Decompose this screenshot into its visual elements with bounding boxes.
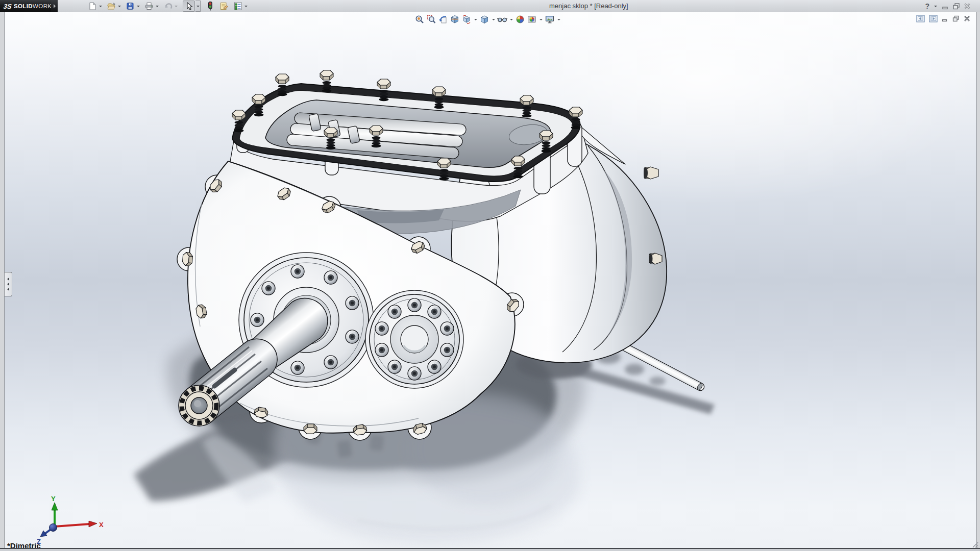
graphics-viewport[interactable]: Y X Z *Dimetric: [4, 12, 977, 548]
undo-button[interactable]: [163, 1, 173, 11]
help-button[interactable]: ?: [925, 2, 929, 10]
title-bar: 3S SOLIDWORKS: [0, 0, 980, 12]
zoom-to-fit-button[interactable]: [414, 14, 425, 24]
new-document-dropdown[interactable]: [98, 1, 103, 11]
triad-x-label: X: [99, 521, 104, 529]
view-settings-button[interactable]: [545, 14, 555, 24]
printer-icon: [145, 2, 153, 10]
view-orientation-button[interactable]: [461, 14, 472, 24]
drain-plug: [644, 167, 658, 179]
close-button[interactable]: [964, 3, 971, 10]
minimize-document-button[interactable]: [942, 15, 948, 22]
splined-tip: [179, 385, 219, 426]
previous-view-icon: [438, 15, 448, 24]
file-properties-icon: [220, 2, 229, 10]
menu-expand-button[interactable]: [51, 0, 58, 12]
rebuild-button[interactable]: [205, 1, 215, 11]
zoom-fit-icon: [415, 15, 424, 24]
display-style-button[interactable]: [479, 14, 489, 24]
view-settings-icon: [545, 15, 554, 24]
chevron-left-icon: [7, 283, 9, 286]
traffic-light-icon: [207, 2, 213, 11]
options-checklist-icon: [234, 2, 242, 10]
select-cursor-icon: [185, 2, 193, 10]
section-view-button[interactable]: [450, 14, 460, 24]
display-style-cube-icon: [480, 15, 489, 24]
edit-appearance-button[interactable]: [515, 14, 525, 24]
undo-arrow-icon: [164, 2, 173, 10]
hide-show-items-dropdown[interactable]: [509, 15, 513, 24]
document-window-controls: [916, 15, 970, 22]
select-tool-group: [182, 1, 204, 12]
save-dropdown[interactable]: [136, 1, 141, 11]
open-folder-icon: [107, 2, 115, 10]
solidworks-logo: 3S SOLIDWORKS: [0, 0, 51, 12]
logo-3s-glyph: 3S: [3, 3, 12, 10]
restore-button[interactable]: [952, 3, 960, 10]
resize-grip[interactable]: [972, 541, 979, 548]
level-plug: [649, 253, 663, 264]
featuremanager-collapsed-tab[interactable]: [5, 272, 12, 296]
eyeglasses-icon: [497, 15, 507, 24]
view-orientation-dropdown[interactable]: [473, 15, 478, 24]
toggle-left-pane-button[interactable]: [916, 15, 925, 22]
zoom-area-icon: [427, 15, 436, 24]
new-document-icon: [88, 2, 96, 10]
new-document-button[interactable]: [87, 1, 97, 11]
model-canvas[interactable]: Y X Z: [5, 12, 977, 548]
status-bar: [0, 549, 980, 551]
toggle-right-pane-button[interactable]: [929, 15, 938, 22]
chevron-left-icon: [7, 278, 9, 281]
save-floppy-icon: [126, 2, 134, 10]
close-document-button[interactable]: [964, 15, 970, 22]
standard-toolbar: [87, 0, 251, 12]
file-properties-button[interactable]: [219, 1, 229, 11]
chevron-left-icon: [7, 288, 9, 291]
display-style-dropdown[interactable]: [491, 15, 496, 24]
appearance-ball-icon: [516, 15, 525, 24]
options-dropdown[interactable]: [243, 1, 249, 11]
view-cube-icon: [462, 15, 471, 24]
minimize-button[interactable]: [942, 3, 949, 10]
section-view-icon: [450, 15, 459, 24]
help-dropdown[interactable]: [933, 1, 938, 11]
select-tool-button[interactable]: [183, 1, 195, 12]
apply-scene-icon: [527, 15, 536, 24]
heads-up-view-toolbar: [414, 14, 561, 24]
view-settings-dropdown[interactable]: [556, 15, 561, 24]
apply-scene-dropdown[interactable]: [538, 15, 543, 24]
window-title: menjac sklop * [Read-only]: [549, 0, 628, 12]
chevron-right-icon: [54, 4, 56, 8]
print-button[interactable]: [144, 1, 154, 11]
reference-triad: Y X Z: [37, 495, 104, 545]
save-button[interactable]: [125, 1, 135, 11]
output-bearing-cover: [365, 290, 463, 388]
apply-scene-button[interactable]: [527, 14, 537, 24]
restore-document-button[interactable]: [952, 15, 960, 22]
open-dropdown[interactable]: [117, 1, 122, 11]
open-button[interactable]: [106, 1, 116, 11]
options-button[interactable]: [233, 1, 243, 11]
window-controls: ?: [925, 0, 971, 12]
print-dropdown[interactable]: [155, 1, 160, 11]
triad-y-label: Y: [51, 495, 56, 503]
hide-show-items-button[interactable]: [497, 14, 507, 24]
undo-dropdown[interactable]: [174, 1, 179, 11]
previous-view-button[interactable]: [438, 14, 448, 24]
zoom-to-area-button[interactable]: [426, 14, 436, 24]
select-tool-dropdown[interactable]: [195, 1, 201, 12]
